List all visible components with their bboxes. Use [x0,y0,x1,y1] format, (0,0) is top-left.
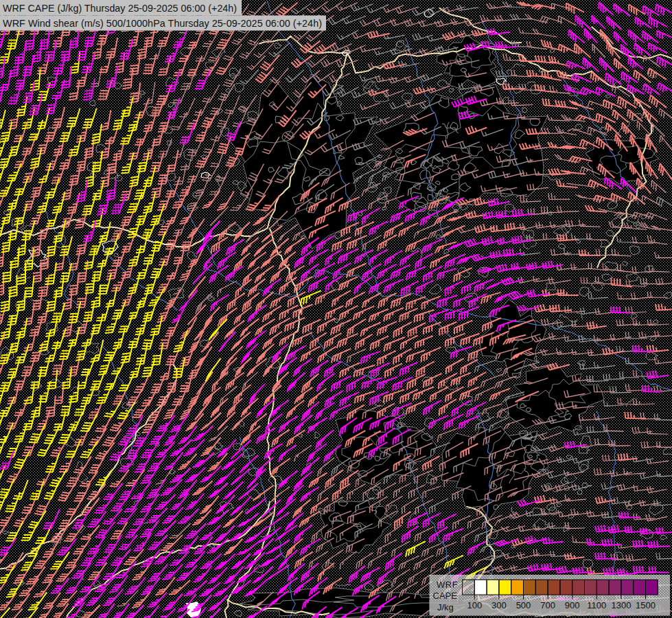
svg-text:WRF CAPE (J/kg) Thursday 25-09: WRF CAPE (J/kg) Thursday 25-09-2025 06:0… [3,2,237,14]
svg-text:J/kg: J/kg [437,602,454,613]
svg-text:500: 500 [516,600,531,610]
svg-text:700: 700 [540,600,555,610]
svg-text:WRF: WRF [437,580,458,590]
svg-text:900: 900 [565,600,580,610]
svg-text:1100: 1100 [587,600,606,610]
svg-text:100: 100 [467,600,482,610]
svg-text:WRF Wind shear (m/s) 500/1000h: WRF Wind shear (m/s) 500/1000hPa Thursda… [3,17,322,29]
svg-text:300: 300 [491,600,507,610]
svg-text:1500: 1500 [636,600,656,610]
svg-text:1300: 1300 [611,600,631,610]
svg-text:CAPE: CAPE [433,591,458,601]
